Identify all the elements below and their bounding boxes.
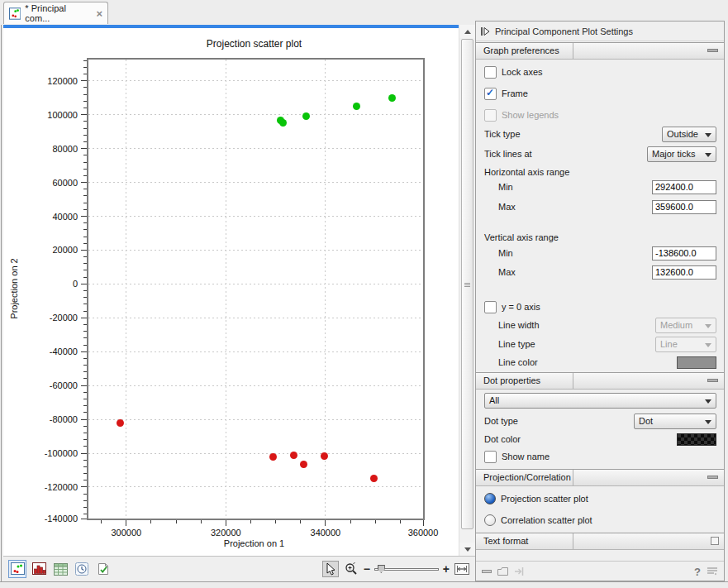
y-minor-tick xyxy=(83,399,87,399)
tick-type-label: Tick type xyxy=(484,129,521,139)
y0-axis-checkbox[interactable] xyxy=(484,301,497,313)
fit-width-icon xyxy=(454,563,469,575)
y-minor-tick xyxy=(83,203,87,203)
max-label: Max xyxy=(484,202,516,212)
histogram-view-button[interactable] xyxy=(30,560,48,578)
vertical-min-input[interactable] xyxy=(652,246,716,261)
y-minor-tick xyxy=(83,229,87,230)
line-type-dropdown: Line xyxy=(655,337,716,352)
zoom-in-button[interactable]: + xyxy=(443,563,450,575)
y-minor-tick xyxy=(83,446,87,447)
y-tick-label: -20000 xyxy=(50,313,78,323)
x-major-tick xyxy=(325,520,326,526)
y-minor-tick xyxy=(83,426,87,427)
zoom-slider[interactable] xyxy=(374,564,439,574)
y-tick-label: -60000 xyxy=(50,380,78,390)
vertical-max-input[interactable] xyxy=(652,265,716,280)
panel-menu-icon[interactable] xyxy=(707,566,718,576)
y-major-tick xyxy=(81,250,87,251)
x-minor-tick xyxy=(101,520,102,523)
plot-area[interactable]: 300000320000340000360000-140000-120000-1… xyxy=(87,58,425,520)
frame-checkbox[interactable] xyxy=(484,88,497,100)
lock-axes-checkbox[interactable] xyxy=(484,66,497,79)
tab-title: * Principal com... xyxy=(25,3,90,23)
tick-lines-row: Tick lines at Major ticks xyxy=(484,146,716,162)
y-minor-tick xyxy=(83,135,87,136)
y-minor-tick xyxy=(83,290,87,291)
y-minor-tick xyxy=(83,243,87,244)
horizontal-range-label: Horizontal axis range xyxy=(484,167,569,177)
side-panel-footer: ? xyxy=(476,561,724,581)
y-minor-tick xyxy=(83,345,87,346)
y-minor-tick xyxy=(83,155,87,155)
collapse-section-icon[interactable] xyxy=(707,379,718,382)
section-title: Projection/Correlation xyxy=(476,470,573,485)
lock-axes-row: Lock axes xyxy=(484,64,716,80)
tab-principal-component[interactable]: * Principal com... × xyxy=(3,2,108,24)
y-major-tick xyxy=(81,486,87,487)
dot-type-row: Dot type Dot xyxy=(484,413,716,429)
y-tick-label: -80000 xyxy=(50,414,78,424)
expand-section-icon[interactable] xyxy=(711,537,719,545)
tick-lines-dropdown[interactable]: Major ticks xyxy=(647,146,716,162)
y-tick-label: 80000 xyxy=(52,144,78,154)
y-tick-label: -100000 xyxy=(45,448,78,458)
scatter-plot-view-icon xyxy=(11,562,25,576)
y0-axis-label: y = 0 axis xyxy=(502,302,540,312)
dot-color-swatch[interactable] xyxy=(677,433,716,446)
y-minor-tick xyxy=(83,108,87,108)
y-tick-label: 40000 xyxy=(52,212,78,222)
zoom-out-button[interactable]: − xyxy=(364,563,370,575)
minimize-panel-icon[interactable] xyxy=(482,570,492,574)
correlation-scatter-radio[interactable] xyxy=(484,514,496,526)
dot-type-dropdown[interactable]: Dot xyxy=(634,414,716,429)
horizontal-min-row: Min xyxy=(484,179,716,195)
arrow-down-icon xyxy=(464,547,471,552)
y-tick-label: -140000 xyxy=(45,514,78,523)
scatter-plot-view-button[interactable] xyxy=(8,560,26,578)
y-minor-tick xyxy=(83,169,87,170)
x-gridline xyxy=(226,60,226,519)
view-switcher xyxy=(8,560,112,578)
application-window: * Principal com... × Projection scatter … xyxy=(0,0,728,588)
y-gridline xyxy=(88,486,423,487)
x-minor-tick xyxy=(350,520,351,523)
table-view-button[interactable] xyxy=(51,560,69,578)
tab-close-icon[interactable]: × xyxy=(96,8,102,19)
help-button[interactable]: ? xyxy=(694,566,701,578)
selection-tool-button[interactable] xyxy=(322,561,339,577)
arrow-up-icon xyxy=(464,30,471,34)
horizontal-max-input[interactable] xyxy=(652,200,716,214)
y-minor-tick xyxy=(83,331,87,332)
zoom-in-tool-button[interactable] xyxy=(343,561,359,577)
zoom-slider-handle[interactable] xyxy=(378,565,385,573)
vertical-scrollbar[interactable] xyxy=(459,25,475,556)
x-major-tick xyxy=(423,520,424,526)
data-point-group-green xyxy=(388,94,396,102)
collapse-panel-icon[interactable] xyxy=(480,26,490,36)
float-panel-icon[interactable] xyxy=(497,566,508,576)
collapse-section-icon[interactable] xyxy=(707,49,718,52)
projection-scatter-radio[interactable] xyxy=(484,493,496,504)
scrollbar-thumb[interactable] xyxy=(461,39,473,529)
x-gridline xyxy=(126,60,126,519)
thumb-grip-icon xyxy=(464,283,470,287)
scroll-up-button[interactable] xyxy=(459,25,475,38)
show-name-checkbox[interactable] xyxy=(484,451,497,463)
y-minor-tick xyxy=(83,371,87,372)
y-minor-tick xyxy=(83,128,87,129)
y-gridline xyxy=(88,182,423,183)
history-view-button[interactable] xyxy=(73,560,91,578)
dock-panel-icon xyxy=(514,566,525,576)
x-minor-tick xyxy=(201,520,202,523)
tick-type-dropdown[interactable]: Outside xyxy=(662,127,716,142)
x-tick-label: 360000 xyxy=(408,528,439,538)
element-info-view-button[interactable] xyxy=(94,560,112,578)
dot-scope-dropdown[interactable]: All xyxy=(484,393,716,409)
data-point-group-red xyxy=(370,475,378,482)
fit-width-button[interactable] xyxy=(454,561,470,577)
show-legends-checkbox xyxy=(484,109,497,122)
horizontal-min-input[interactable] xyxy=(652,180,716,194)
scroll-down-button[interactable] xyxy=(459,543,475,556)
collapse-section-icon[interactable] xyxy=(707,476,718,479)
